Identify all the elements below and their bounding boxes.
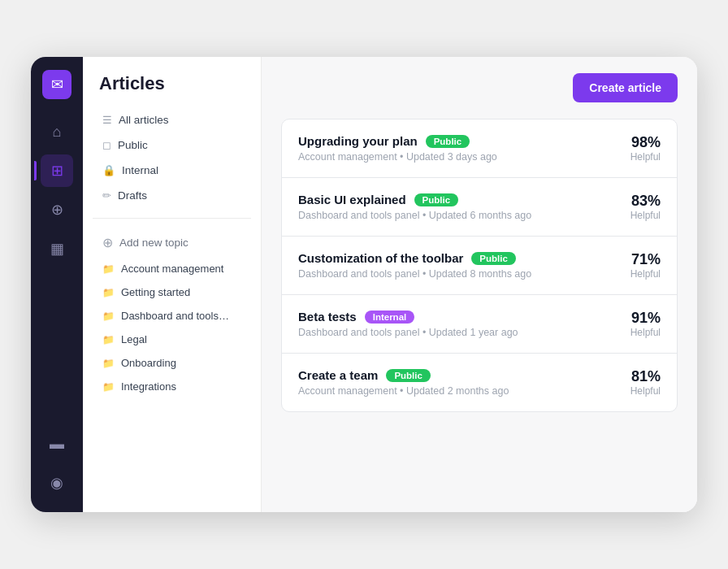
sidebar-item-globe[interactable]: ⊕ [41,193,73,226]
article-info-2: Customization of the toolbar Public Dash… [298,251,612,280]
add-topic-button[interactable]: ⊕ Add new topic [93,228,251,257]
card-icon: ▬ [50,436,64,453]
table-row[interactable]: Beta tests Internal Dashboard and tools … [282,295,677,354]
article-info-0: Upgrading your plan Public Account manag… [298,134,612,163]
article-info-3: Beta tests Internal Dashboard and tools … [298,310,612,338]
folder-icon-3: 📁 [102,334,115,345]
home-icon: ⌂ [53,124,62,141]
nav-divider [93,218,251,219]
stat-pct-2: 71% [612,251,661,268]
article-title-row-3: Beta tests Internal [298,310,612,324]
topic-label-5: Integrations [121,380,176,393]
topic-label-1: Getting started [121,286,190,298]
logo-icon: ✉ [51,76,63,93]
topic-onboarding[interactable]: 📁 Onboarding [93,351,251,375]
table-row[interactable]: Basic UI explained Public Dashboard and … [282,178,677,237]
nav-public-label: Public [118,139,148,151]
table-row[interactable]: Customization of the toolbar Public Dash… [282,237,677,295]
article-title-row-2: Customization of the toolbar Public [298,251,612,265]
sidebar-item-card[interactable]: ▬ [41,428,73,460]
article-badge-4: Public [386,369,431,382]
topic-dashboard[interactable]: 📁 Dashboard and tools… [93,304,251,328]
content-header: Create article [281,73,678,102]
drafts-icon: ✏ [102,189,111,202]
nav-all-articles-label: All articles [119,114,169,126]
folder-icon-4: 📁 [102,358,115,369]
list-icon: ☰ [102,114,112,126]
nav-internal[interactable]: 🔒 Internal [93,158,251,183]
left-panel: Articles ☰ All articles ◻ Public 🔒 Inter… [83,57,262,512]
folder-icon-1: 📁 [102,287,115,298]
article-meta-3: Dashboard and tools panel • Updated 1 ye… [298,327,612,338]
article-badge-1: Public [414,193,459,206]
topic-label-2: Dashboard and tools… [121,310,229,322]
topics-nav: ⊕ Add new topic 📁 Account management 📁 G… [83,228,261,398]
article-title-row-4: Create a team Public [298,368,612,382]
stat-pct-0: 98% [612,134,661,151]
article-title-1: Basic UI explained [298,193,406,206]
article-stat-2: 71% Helpful [612,251,661,280]
stat-label-3: Helpful [612,327,661,338]
table-row[interactable]: Create a team Public Account management … [282,354,677,411]
sidebar-item-articles[interactable]: ⊞ [41,154,73,187]
article-title-row-0: Upgrading your plan Public [298,134,612,148]
create-article-button[interactable]: Create article [573,73,678,102]
article-badge-2: Public [471,252,516,265]
article-meta-2: Dashboard and tools panel • Updated 8 mo… [298,268,612,280]
topic-getting-started[interactable]: 📁 Getting started [93,280,251,304]
folder-icon-0: 📁 [102,263,115,275]
page-header: Articles [83,73,261,107]
table-row[interactable]: Upgrading your plan Public Account manag… [282,119,677,178]
stat-label-2: Helpful [612,268,661,280]
filter-nav: ☰ All articles ◻ Public 🔒 Internal ✏ Dra… [83,107,261,208]
article-stat-3: 91% Helpful [612,310,661,338]
topic-account-management[interactable]: 📁 Account management [93,257,251,280]
public-icon: ◻ [102,139,111,151]
article-info-1: Basic UI explained Public Dashboard and … [298,193,612,221]
sidebar-item-home[interactable]: ⌂ [41,115,73,148]
article-meta-4: Account management • Updated 2 months ag… [298,385,612,397]
stat-label-1: Helpful [612,210,661,221]
topic-label-3: Legal [121,333,147,345]
article-stat-0: 98% Helpful [612,134,661,163]
nav-drafts-label: Drafts [118,189,147,202]
stat-label-4: Helpful [612,385,661,397]
stat-pct-4: 81% [612,368,661,385]
article-stat-4: 81% Helpful [612,368,661,397]
content-panel: Create article Upgrading your plan Publi… [262,57,697,512]
main-area: Articles ☰ All articles ◻ Public 🔒 Inter… [83,57,697,512]
article-meta-0: Account management • Updated 3 days ago [298,151,612,163]
topic-label-0: Account management [121,263,223,275]
stat-pct-1: 83% [612,193,661,210]
page-title: Articles [99,73,165,94]
article-title-3: Beta tests [298,310,357,324]
article-badge-0: Public [426,135,470,148]
article-meta-1: Dashboard and tools panel • Updated 6 mo… [298,210,612,221]
folder-icon-5: 📁 [102,381,115,393]
globe-icon: ⊕ [51,201,63,219]
article-badge-3: Internal [365,311,415,324]
nav-all-articles[interactable]: ☰ All articles [93,107,251,132]
article-info-4: Create a team Public Account management … [298,368,612,397]
plus-icon: ⊕ [102,235,113,250]
article-title-0: Upgrading your plan [298,134,418,148]
topic-label-4: Onboarding [121,357,176,369]
articles-icon: ⊞ [51,162,63,180]
add-topic-label: Add new topic [119,237,188,249]
nav-public[interactable]: ◻ Public [93,132,251,158]
sidebar-item-profile[interactable]: ◉ [41,467,73,499]
articles-list: Upgrading your plan Public Account manag… [281,119,678,412]
stat-pct-3: 91% [612,310,661,327]
article-stat-1: 83% Helpful [612,193,661,221]
lock-icon: 🔒 [102,164,115,176]
nav-drafts[interactable]: ✏ Drafts [93,183,251,208]
topic-integrations[interactable]: 📁 Integrations [93,375,251,398]
chart-icon: ▦ [50,240,64,258]
nav-internal-label: Internal [122,164,158,176]
sidebar-item-chart[interactable]: ▦ [41,232,73,265]
stat-label-0: Helpful [612,151,661,163]
app-logo[interactable]: ✉ [42,70,72,99]
profile-icon: ◉ [50,474,63,492]
topic-legal[interactable]: 📁 Legal [93,328,251,351]
article-title-2: Customization of the toolbar [298,251,463,265]
